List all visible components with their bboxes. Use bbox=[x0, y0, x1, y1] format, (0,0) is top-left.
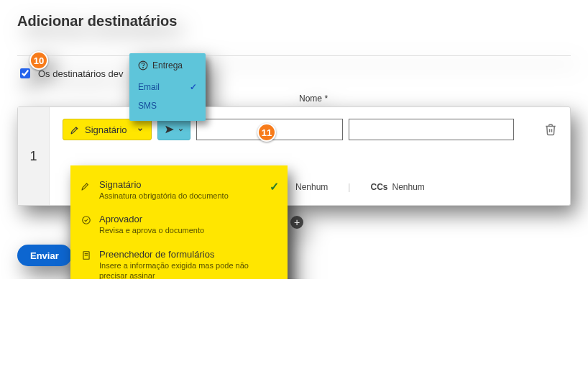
send-button[interactable]: Enviar bbox=[17, 245, 72, 266]
role-option[interactable]: AprovadorRevisa e aprova o documento bbox=[70, 207, 288, 242]
meta-ccs: CCsNenhum bbox=[370, 182, 424, 192]
role-button-label: Signatário bbox=[85, 124, 127, 135]
pen-icon bbox=[70, 124, 81, 135]
svg-point-1 bbox=[143, 68, 144, 68]
role-option[interactable]: SignatárioAssinatura obrigatória do docu… bbox=[70, 173, 288, 207]
role-option[interactable]: Preenchedor de formuláriosInsere a infor… bbox=[70, 242, 288, 279]
role-icon bbox=[81, 250, 92, 279]
delivery-dropdown-button[interactable] bbox=[157, 119, 190, 140]
role-icon bbox=[81, 181, 92, 201]
sign-order-checkbox-row[interactable]: Os destinatários dev bbox=[17, 66, 571, 81]
sign-order-label: Os destinatários dev bbox=[38, 68, 124, 79]
paper-plane-icon bbox=[165, 124, 175, 135]
recipient-index: 1 bbox=[18, 107, 50, 205]
check-icon: ✓ bbox=[190, 82, 197, 92]
divider bbox=[17, 55, 571, 56]
chevron-down-icon bbox=[178, 127, 184, 133]
delivery-option[interactable]: SMS bbox=[129, 96, 206, 115]
help-icon bbox=[138, 60, 148, 71]
delivery-option[interactable]: Email✓ bbox=[129, 78, 206, 96]
add-recipient-button[interactable]: + bbox=[290, 216, 303, 229]
annotation-badge: 11 bbox=[257, 123, 276, 142]
svg-point-2 bbox=[83, 217, 91, 224]
nome-input[interactable] bbox=[349, 119, 514, 140]
role-icon bbox=[81, 215, 92, 235]
delete-recipient-button[interactable] bbox=[544, 123, 557, 136]
chevron-down-icon bbox=[137, 126, 144, 133]
sign-order-checkbox[interactable] bbox=[20, 68, 30, 78]
page-title: Adicionar destinatários bbox=[17, 13, 571, 29]
delivery-dropdown-panel: Entrega Email✓SMS bbox=[129, 53, 206, 121]
annotation-badge: 10 bbox=[29, 51, 48, 70]
check-icon: ✓ bbox=[270, 180, 279, 194]
meta-first: Nenhum bbox=[295, 182, 328, 192]
delivery-header: Entrega bbox=[152, 60, 183, 71]
role-dropdown-button[interactable]: Signatário bbox=[63, 119, 152, 140]
nome-label: Nome * bbox=[299, 94, 328, 104]
role-dropdown-panel: SignatárioAssinatura obrigatória do docu… bbox=[70, 165, 288, 279]
